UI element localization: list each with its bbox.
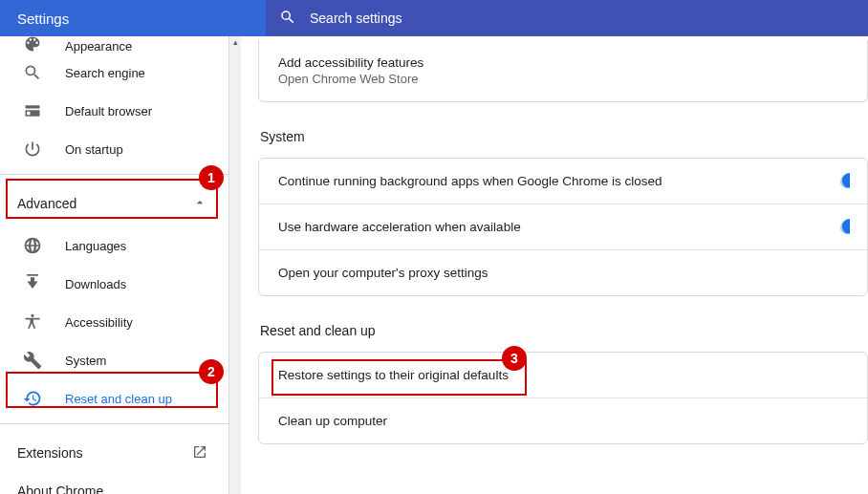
row-label: Use hardware acceleration when available <box>278 220 521 234</box>
reset-card: Restore settings to their original defau… <box>258 352 868 444</box>
reset-row-restore-defaults[interactable]: Restore settings to their original defau… <box>259 353 867 397</box>
sidebar-item-languages[interactable]: Languages <box>0 226 228 265</box>
search-icon <box>23 63 42 82</box>
sidebar-item-search-engine[interactable]: Search engine <box>0 54 228 92</box>
sidebar-item-label: Default browser <box>65 104 152 118</box>
sidebar-link-label: About Chrome <box>17 483 103 494</box>
browser-icon <box>23 101 42 120</box>
content-pane: Add accessibility features Open Chrome W… <box>241 36 868 494</box>
search-input[interactable] <box>296 11 868 26</box>
sidebar-item-label: Search engine <box>65 66 145 80</box>
sidebar-item-label: On startup <box>65 142 123 157</box>
sidebar-item-reset-and-clean-up[interactable]: Reset and clean up <box>0 379 228 418</box>
accessibility-features-card[interactable]: Add accessibility features Open Chrome W… <box>258 40 868 102</box>
sidebar-link-extensions[interactable]: Extensions <box>0 430 228 476</box>
system-row-proxy-settings[interactable]: Open your computer's proxy settings <box>259 249 867 295</box>
system-card: Continue running background apps when Go… <box>258 158 868 296</box>
section-title-reset: Reset and clean up <box>260 323 868 338</box>
sidebar-item-label: Appearance <box>65 39 132 54</box>
row-label: Open your computer's proxy settings <box>278 266 488 280</box>
sidebar-section-label: Advanced <box>17 196 76 211</box>
sidebar-item-label: System <box>65 354 106 368</box>
accessibility-icon <box>23 312 42 332</box>
open-in-new-icon <box>192 444 207 462</box>
sidebar-link-label: Extensions <box>17 445 82 461</box>
sidebar-item-default-browser[interactable]: Default browser <box>0 92 228 130</box>
row-label: Clean up computer <box>278 414 387 428</box>
row-label: Continue running background apps when Go… <box>278 174 662 188</box>
section-title-system: System <box>260 129 868 144</box>
search-bar[interactable] <box>266 0 868 36</box>
chevron-up-icon <box>192 195 207 213</box>
reset-row-clean-up-computer[interactable]: Clean up computer <box>259 397 867 443</box>
sidebar-item-on-startup[interactable]: On startup <box>0 130 228 168</box>
globe-icon <box>23 236 42 255</box>
row-label: Restore settings to their original defau… <box>278 368 509 382</box>
paint-icon <box>23 34 42 54</box>
card-subtitle: Open Chrome Web Store <box>278 72 848 86</box>
download-icon <box>23 274 42 293</box>
sidebar-item-system[interactable]: System <box>0 341 228 379</box>
divider <box>0 174 228 175</box>
sidebar-section-advanced[interactable]: Advanced <box>0 181 228 226</box>
sidebar-item-downloads[interactable]: Downloads <box>0 265 228 303</box>
sidebar-item-label: Accessibility <box>65 315 133 330</box>
toggle-switch[interactable] <box>840 175 850 188</box>
sidebar-item-label: Reset and clean up <box>65 392 172 406</box>
system-row-background-apps[interactable]: Continue running background apps when Go… <box>259 159 867 204</box>
sidebar-link-about-chrome[interactable]: About Chrome <box>0 476 228 494</box>
divider <box>0 423 228 424</box>
sidebar: Appearance Search engine Default browser… <box>0 36 229 494</box>
sidebar-item-accessibility[interactable]: Accessibility <box>0 303 228 341</box>
system-row-hardware-acceleration[interactable]: Use hardware acceleration when available <box>259 204 867 249</box>
wrench-icon <box>23 351 42 370</box>
restore-icon <box>23 389 42 408</box>
toggle-switch[interactable] <box>840 221 850 234</box>
power-icon <box>23 140 42 159</box>
sidebar-item-appearance[interactable]: Appearance <box>0 31 228 54</box>
sidebar-item-label: Downloads <box>65 277 126 291</box>
sidebar-item-label: Languages <box>65 239 126 253</box>
search-icon <box>279 9 296 29</box>
scroll-up-icon[interactable]: ▴ <box>229 36 241 48</box>
sidebar-scrollbar[interactable]: ▴ <box>229 36 241 494</box>
card-title: Add accessibility features <box>278 55 848 70</box>
